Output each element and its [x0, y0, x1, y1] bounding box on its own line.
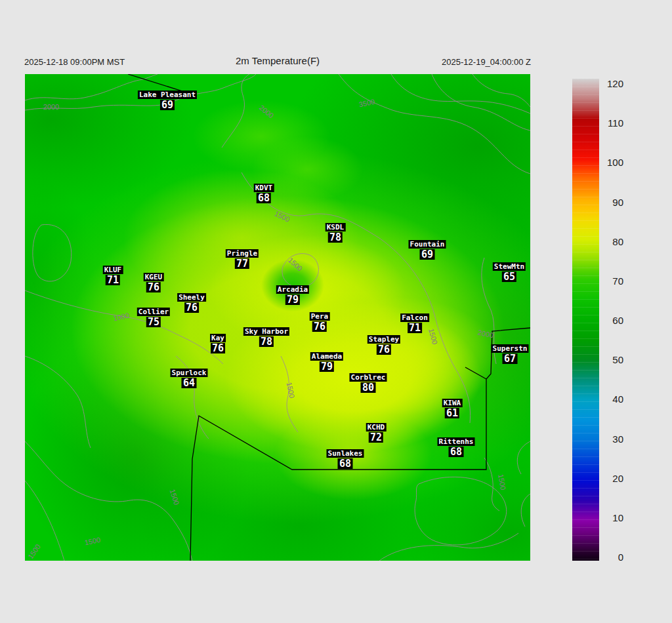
colorbar-tick-label: 30 — [589, 433, 623, 444]
station-temp-value: 64 — [182, 378, 196, 388]
station-temp-value: 79 — [285, 294, 300, 305]
colorbar-tick-label: 20 — [589, 472, 623, 483]
station-name-label: KCHD — [366, 423, 387, 432]
station-temp-value: 71 — [408, 323, 422, 333]
station-name-label: KLUF — [103, 266, 123, 274]
station-temp-value: 76 — [146, 282, 161, 292]
station-collier: Collier75 — [137, 308, 170, 327]
station-name-label: Fountain — [409, 240, 446, 249]
colorbar-tick-label: 100 — [589, 157, 623, 168]
station-temp-value: 76 — [184, 302, 199, 313]
station-name-label: Spurlock — [171, 369, 208, 377]
station-name-label: Corblrec — [350, 373, 387, 382]
station-name-label: StewMtn — [493, 262, 526, 271]
station-temp-value: 76 — [211, 343, 225, 353]
station-spurlock: Spurlock64 — [171, 369, 208, 388]
colorbar-tick-label: 80 — [589, 235, 623, 247]
colorbar-tick-label: 90 — [589, 196, 623, 207]
station-name-label: Collier — [137, 308, 170, 316]
station-temp-value: 71 — [106, 275, 120, 285]
station-name-label: Pera — [310, 312, 330, 321]
station-name-label: KSDL — [326, 223, 346, 231]
station-temp-value: 67 — [503, 353, 517, 364]
colorbar-tick-label: 50 — [589, 354, 623, 365]
colorbar-ticks: 1201101009080706050403020100 — [589, 79, 623, 561]
station-superstn: Superstn67 — [492, 344, 529, 364]
station-kluf: KLUF71 — [103, 266, 123, 285]
station-temp-value: 65 — [502, 271, 516, 282]
station-kchd: KCHD72 — [366, 423, 387, 443]
valid-time-utc: 2025-12-19_04:00:00 Z — [442, 57, 531, 67]
station-name-label: Superstn — [492, 344, 529, 353]
colorbar-tick-label: 40 — [589, 393, 623, 405]
colorbar-tick-label: 110 — [589, 117, 623, 129]
station-temp-value: 77 — [235, 258, 249, 269]
station-name-label: KDVT — [254, 184, 274, 192]
station-temp-value: 79 — [320, 361, 334, 372]
station-name-label: KIWA — [442, 399, 463, 407]
station-falcon: Falcon71 — [400, 313, 429, 333]
station-ksdl: KSDL78 — [326, 223, 346, 243]
colorbar-tick-label: 60 — [589, 315, 623, 326]
station-temp-value: 75 — [146, 317, 161, 327]
station-stewmtn: StewMtn65 — [493, 262, 526, 282]
station-stapley: Stapley76 — [368, 335, 400, 355]
colorbar-tick-label: 70 — [589, 275, 623, 286]
station-alameda: Alameda79 — [310, 352, 343, 372]
station-temp-value: 69 — [420, 249, 434, 260]
station-corblrec: Corblrec80 — [350, 373, 387, 393]
station-temp-value: 68 — [257, 193, 271, 203]
station-temp-value: 69 — [160, 100, 175, 110]
station-temp-value: 78 — [328, 232, 343, 243]
station-temp-value: 68 — [449, 447, 463, 457]
station-kiwa: KIWA61 — [442, 399, 463, 418]
station-kdvt: KDVT68 — [254, 184, 274, 203]
station-pera: Pera76 — [310, 312, 330, 332]
colorbar-tick-label: 0 — [589, 552, 623, 563]
station-fountain: Fountain69 — [409, 240, 446, 260]
station-name-label: KGEU — [144, 273, 164, 281]
station-kgeu: KGEU76 — [144, 273, 164, 292]
station-sunlakes: Sunlakes68 — [327, 449, 364, 469]
station-name-label: Sky Harbor — [243, 327, 289, 336]
station-temp-value: 72 — [369, 432, 383, 443]
station-name-label: Sheely — [177, 293, 206, 302]
station-lake-pleasant: Lake Pleasant69 — [138, 90, 197, 110]
colorbar-tick-label: 120 — [589, 78, 623, 89]
station-temp-value: 78 — [259, 336, 274, 347]
station-name-label: Falcon — [400, 313, 429, 322]
station-name-label: Arcadia — [276, 285, 309, 294]
contour-lines-layer — [25, 74, 530, 561]
temperature-map: 2000200035001500150010001500200015001500… — [25, 74, 530, 561]
station-rittenhs: Rittenhs68 — [438, 437, 475, 457]
station-name-label: Lake Pleasant — [138, 90, 197, 99]
station-name-label: Alameda — [310, 352, 343, 361]
station-sky-harbor: Sky Harbor78 — [243, 327, 289, 347]
station-kay: Kay76 — [210, 334, 226, 353]
station-temp-value: 76 — [377, 344, 391, 355]
station-name-label: Kay — [210, 334, 226, 342]
station-name-label: Stapley — [368, 335, 400, 344]
station-name-label: Rittenhs — [438, 437, 475, 446]
station-sheely: Sheely76 — [177, 293, 206, 313]
station-name-label: Pringle — [226, 249, 259, 258]
station-temp-value: 76 — [312, 321, 327, 332]
station-temp-value: 61 — [445, 408, 459, 418]
station-temp-value: 80 — [361, 382, 375, 393]
station-arcadia: Arcadia79 — [276, 285, 309, 305]
station-name-label: Sunlakes — [327, 449, 364, 458]
contour-elevation-label: 2000 — [43, 103, 59, 111]
station-pringle: Pringle77 — [226, 249, 259, 269]
station-temp-value: 68 — [338, 458, 352, 469]
colorbar-tick-label: 10 — [589, 512, 623, 523]
